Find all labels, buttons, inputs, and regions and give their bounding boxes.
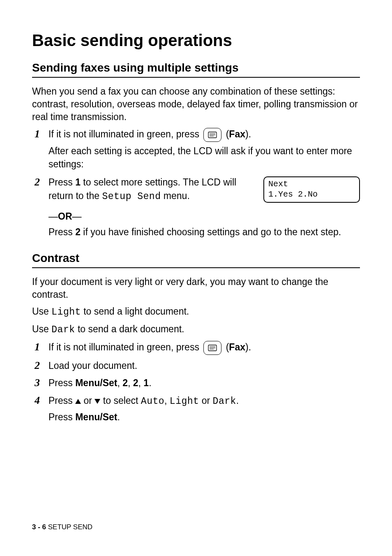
contrast-dark-line: Use Dark to send a dark document. xyxy=(32,323,360,336)
contrast-step-3-text: Press Menu/Set, 2, 2, 1. xyxy=(48,376,360,389)
text: . xyxy=(117,412,120,422)
text: , xyxy=(164,395,170,406)
contrast-light-line: Use Light to send a light document. xyxy=(32,305,360,319)
contrast-step-1: 1 If it is not illuminated in green, pre… xyxy=(32,341,360,357)
dash: — xyxy=(72,211,82,222)
footer-section-label: SETUP SEND xyxy=(46,523,92,531)
dash: — xyxy=(48,211,58,222)
step-2-line-2: Press 2 if you have finished choosing se… xyxy=(48,225,360,239)
contrast-intro: If your document is very light or very d… xyxy=(32,276,360,301)
step-number: 2 xyxy=(32,359,48,372)
section-heading-sending-faxes: Sending faxes using multiple settings xyxy=(32,61,360,78)
text: , xyxy=(117,378,122,388)
fax-label: Fax xyxy=(229,342,245,352)
section-heading-contrast: Contrast xyxy=(32,252,360,268)
menu-set-key: Menu/Set xyxy=(75,412,117,422)
contrast-step-4-line-2: Press Menu/Set. xyxy=(48,410,360,424)
fax-icon xyxy=(207,343,218,352)
text: Press xyxy=(48,177,75,188)
text: or xyxy=(199,395,212,406)
text: . xyxy=(149,378,151,388)
text: Press xyxy=(48,378,75,388)
value-dark: Dark xyxy=(51,324,75,335)
step-1-line-1: If it is not illuminated in green, press… xyxy=(48,127,360,142)
page-footer: 3 - 6 SETUP SEND xyxy=(32,523,92,531)
value-light: Light xyxy=(170,396,199,407)
key-2: 2 xyxy=(133,378,138,388)
step-number: 2 xyxy=(32,176,48,188)
menu-set-key: Menu/Set xyxy=(75,378,117,388)
text: to select xyxy=(100,395,141,406)
text: Press xyxy=(48,395,75,406)
page-title: Basic sending operations xyxy=(32,31,360,50)
text: menu. xyxy=(161,190,189,201)
step-1-line-2: After each setting is accepted, the LCD … xyxy=(48,144,360,171)
lcd-line-1: Next xyxy=(268,179,355,189)
text: if you have finished choosing settings a… xyxy=(81,227,341,237)
step-number: 1 xyxy=(32,127,48,140)
lcd-line-2: 1.Yes 2.No xyxy=(268,189,355,199)
text: to send a dark document. xyxy=(75,324,184,334)
text: Press xyxy=(48,227,75,237)
down-arrow-icon xyxy=(95,399,100,404)
text: Press xyxy=(48,412,75,422)
text: If it is not illuminated in green, press xyxy=(48,129,202,139)
up-arrow-icon xyxy=(75,399,81,404)
step-number: 3 xyxy=(32,376,48,389)
contrast-step-2: 2 Load your document. xyxy=(32,359,360,375)
text: . xyxy=(236,395,239,406)
intro-paragraph: When you send a fax you can choose any c… xyxy=(32,85,360,123)
text: If it is not illuminated in green, press xyxy=(48,342,202,352)
value-light: Light xyxy=(51,307,81,317)
key-2: 2 xyxy=(122,378,128,388)
or-text: OR xyxy=(58,211,72,222)
menu-setup-send: Setup Send xyxy=(102,191,161,202)
text: Use xyxy=(32,324,51,334)
key-1: 1 xyxy=(75,177,81,188)
text: to send a light document. xyxy=(81,306,189,317)
contrast-step-4: 4 Press or to select Auto, Light or Dark… xyxy=(32,394,360,426)
step-number: 1 xyxy=(32,341,48,353)
fax-icon xyxy=(207,130,218,139)
text: ). xyxy=(245,342,251,352)
page-number: 3 - 6 xyxy=(32,523,46,531)
contrast-step-2-text: Load your document. xyxy=(48,359,360,372)
text: , xyxy=(138,378,144,388)
step-2: 2 Next 1.Yes 2.No Press 1 to select more… xyxy=(32,176,360,241)
text: , xyxy=(128,378,133,388)
value-auto: Auto xyxy=(141,396,164,407)
or-separator: —OR— xyxy=(48,210,360,223)
fax-key-icon xyxy=(203,341,221,355)
step-number: 4 xyxy=(32,394,48,407)
text: or xyxy=(81,395,95,406)
fax-key-icon xyxy=(203,128,221,142)
contrast-step-4-line-1: Press or to select Auto, Light or Dark. xyxy=(48,394,360,408)
value-dark: Dark xyxy=(213,396,236,407)
step-1: 1 If it is not illuminated in green, pre… xyxy=(32,127,360,173)
contrast-step-3: 3 Press Menu/Set, 2, 2, 1. xyxy=(32,376,360,392)
key-2: 2 xyxy=(75,227,81,237)
lcd-display: Next 1.Yes 2.No xyxy=(263,176,360,203)
text: ). xyxy=(245,129,251,139)
fax-label: Fax xyxy=(229,129,245,139)
contrast-step-1-text: If it is not illuminated in green, press… xyxy=(48,341,360,355)
text: Use xyxy=(32,306,51,317)
key-1: 1 xyxy=(143,378,149,388)
